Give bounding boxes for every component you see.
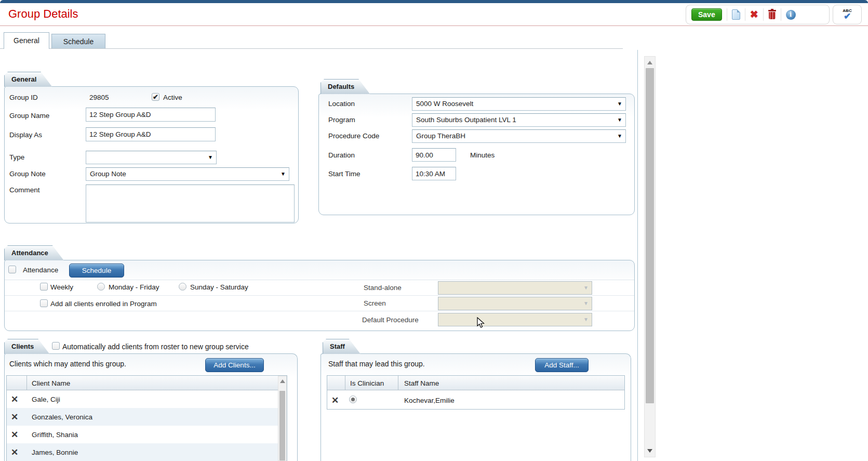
content-right-border bbox=[637, 50, 638, 461]
group-name-input[interactable] bbox=[86, 108, 216, 122]
stand-alone-select bbox=[438, 281, 592, 295]
staff-name: Kochevar,Emilie bbox=[404, 396, 455, 404]
defaults-section-caption: Defaults bbox=[321, 79, 370, 94]
client-name: James, Bonnie bbox=[32, 449, 78, 456]
clients-section-caption: Clients bbox=[4, 339, 49, 354]
client-name: Gale, Ciji bbox=[32, 396, 60, 403]
remove-staff-icon[interactable]: ✕ bbox=[331, 396, 339, 404]
client-row[interactable]: ✕ Gonzales, Veronica bbox=[7, 408, 287, 426]
tab-general[interactable]: General bbox=[4, 32, 49, 49]
tab-bottom-line bbox=[0, 48, 623, 49]
client-name-column-header[interactable]: Client Name bbox=[32, 379, 70, 387]
weekly-checkbox[interactable] bbox=[40, 283, 48, 291]
weekly-label: Weekly bbox=[50, 283, 73, 291]
title-underline bbox=[0, 25, 868, 26]
remove-client-icon[interactable]: ✕ bbox=[11, 413, 18, 422]
comment-label: Comment bbox=[9, 186, 40, 194]
client-row[interactable]: ✕ Griffith, Shania bbox=[7, 426, 287, 443]
group-note-label: Group Note bbox=[9, 170, 46, 178]
toolbar-divider bbox=[781, 8, 781, 21]
client-row[interactable]: ✕ Gale, Ciji bbox=[7, 390, 287, 408]
default-procedure-select bbox=[438, 313, 592, 326]
staff-name-column-header[interactable]: Staff Name bbox=[404, 379, 439, 387]
start-time-input[interactable] bbox=[412, 167, 456, 180]
info-icon[interactable]: i bbox=[786, 10, 796, 20]
start-time-label: Start Time bbox=[328, 170, 360, 178]
stand-alone-label: Stand-alone bbox=[364, 284, 402, 292]
clients-list-scrollbar[interactable] bbox=[278, 376, 287, 461]
attendance-row-divider bbox=[5, 295, 634, 296]
remove-client-icon[interactable]: ✕ bbox=[11, 395, 18, 404]
staff-description: Staff that may lead this group. bbox=[328, 360, 425, 368]
comment-textarea[interactable] bbox=[86, 185, 295, 222]
column-separator bbox=[26, 376, 27, 390]
main-scrollbar-thumb[interactable] bbox=[646, 68, 654, 403]
client-name: Gonzales, Veronica bbox=[32, 413, 92, 421]
group-details-page: Group Details Save ✖ i ABC ✔ General Sch… bbox=[0, 0, 868, 461]
schedule-button[interactable]: Schedule bbox=[69, 264, 124, 278]
remove-client-icon[interactable]: ✕ bbox=[11, 448, 18, 457]
main-scrollbar[interactable] bbox=[644, 56, 656, 457]
auto-add-clients-label: Automatically add clients from roster to… bbox=[62, 343, 249, 351]
screen-select bbox=[438, 297, 592, 310]
staff-row[interactable]: ✕ Kochevar,Emilie bbox=[327, 390, 624, 410]
procedure-code-label: Procedure Code bbox=[328, 132, 379, 140]
group-note-select[interactable]: Group Note bbox=[86, 167, 289, 181]
program-label: Program bbox=[328, 116, 355, 124]
remove-client-icon[interactable]: ✕ bbox=[11, 430, 18, 439]
toolbar: Save ✖ i bbox=[686, 5, 830, 24]
tab-schedule[interactable]: Schedule bbox=[51, 34, 105, 49]
sunday-saturday-radio[interactable] bbox=[179, 283, 186, 291]
clients-list: Client Name ✕ Gale, Ciji ✕ Gonzales, Ver… bbox=[6, 375, 287, 461]
staff-table-header: Is Clinician Staff Name bbox=[327, 376, 624, 390]
spellcheck-toolbar: ABC ✔ bbox=[833, 5, 862, 24]
duration-units-label: Minutes bbox=[470, 151, 495, 159]
default-procedure-label: Default Procedure bbox=[362, 316, 419, 324]
monday-friday-label: Monday - Friday bbox=[109, 283, 159, 291]
client-row[interactable]: ✕ James, Bonnie bbox=[7, 443, 287, 461]
monday-friday-radio[interactable] bbox=[97, 283, 105, 291]
duration-input[interactable] bbox=[412, 148, 456, 162]
group-id-label: Group ID bbox=[9, 94, 38, 101]
general-section-caption: General bbox=[4, 72, 52, 87]
add-clients-button[interactable]: Add Clients... bbox=[205, 358, 264, 372]
display-as-input[interactable] bbox=[86, 127, 216, 141]
procedure-code-select[interactable]: Group TheraBH bbox=[412, 129, 626, 143]
auto-add-clients-checkbox[interactable] bbox=[52, 342, 60, 350]
staff-table: Is Clinician Staff Name ✕ Kochevar,Emili… bbox=[327, 375, 625, 410]
group-id-value: 29805 bbox=[89, 94, 109, 101]
program-select[interactable]: South Suburbs Outpatient LVL 1 bbox=[412, 113, 626, 127]
clients-list-header: Client Name bbox=[7, 376, 287, 390]
scroll-up-arrow[interactable] bbox=[280, 379, 285, 383]
add-staff-button[interactable]: Add Staff... bbox=[535, 358, 589, 372]
add-all-clients-label: Add all clients enrolled in Program bbox=[50, 300, 157, 308]
toolbar-divider bbox=[745, 8, 745, 21]
scroll-up-arrow[interactable] bbox=[647, 61, 652, 64]
scroll-down-arrow[interactable] bbox=[647, 449, 652, 453]
spellcheck-check-glyph: ✔ bbox=[844, 12, 851, 21]
toolbar-divider bbox=[763, 8, 764, 21]
is-clinician-radio[interactable] bbox=[349, 396, 357, 403]
attendance-row-divider bbox=[5, 280, 634, 280]
new-document-icon[interactable] bbox=[732, 9, 740, 20]
staff-section-caption: Staff bbox=[323, 339, 360, 354]
save-button[interactable]: Save bbox=[691, 8, 722, 21]
clients-description: Clients which may attend this group. bbox=[9, 360, 126, 368]
clients-scrollbar-thumb[interactable] bbox=[279, 391, 285, 460]
display-as-label: Display As bbox=[9, 131, 42, 139]
add-all-clients-checkbox[interactable] bbox=[40, 299, 48, 307]
is-clinician-column-header[interactable]: Is Clinician bbox=[350, 379, 384, 387]
group-name-label: Group Name bbox=[9, 112, 49, 120]
location-label: Location bbox=[328, 100, 355, 108]
duration-label: Duration bbox=[328, 151, 355, 159]
spellcheck-icon[interactable]: ABC ✔ bbox=[843, 9, 851, 21]
attendance-section-caption: Attendance bbox=[4, 245, 64, 260]
type-select[interactable] bbox=[86, 151, 217, 164]
close-icon[interactable]: ✖ bbox=[750, 9, 758, 20]
attendance-row-divider bbox=[5, 311, 634, 311]
delete-icon[interactable] bbox=[768, 9, 776, 20]
active-checkbox[interactable]: ✔ bbox=[152, 93, 159, 101]
active-label: Active bbox=[163, 94, 182, 101]
location-select[interactable]: 5000 W Roosevelt bbox=[412, 97, 626, 111]
attendance-checkbox[interactable] bbox=[8, 266, 16, 273]
